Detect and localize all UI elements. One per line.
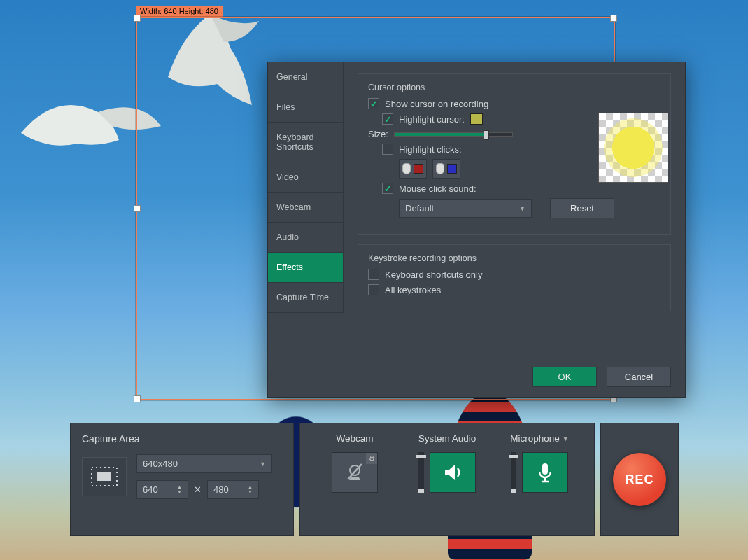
- mouse-click-sound-select[interactable]: Default ▼: [399, 199, 532, 218]
- tab-files[interactable]: Files: [268, 92, 344, 122]
- left-click-color-button[interactable]: [399, 159, 427, 178]
- ok-button[interactable]: OK: [532, 367, 597, 387]
- capture-height-value: 480: [213, 484, 229, 495]
- cursor-options-title: Cursor options: [368, 83, 661, 92]
- system-audio-toggle[interactable]: [430, 452, 476, 493]
- select-area-button[interactable]: [82, 457, 127, 496]
- webcam-title: Webcam: [336, 433, 373, 444]
- tab-effects[interactable]: Effects: [268, 253, 344, 283]
- left-click-color-swatch: [414, 164, 423, 174]
- mouse-click-sound-checkbox[interactable]: [382, 183, 393, 194]
- chevron-down-icon: ▼: [519, 205, 525, 212]
- capture-height-input[interactable]: 480 ▲▼: [207, 480, 259, 499]
- mouse-click-sound-value: Default: [405, 203, 434, 214]
- seagull-decor-2: [140, 7, 280, 119]
- capture-area-title: Capture Area: [82, 433, 282, 444]
- system-audio-title: System Audio: [418, 433, 477, 444]
- highlight-cursor-checkbox[interactable]: [382, 113, 393, 125]
- microphone-title-text: Microphone: [510, 433, 560, 444]
- cursor-options-group: Cursor options Show cursor on recording …: [358, 74, 671, 234]
- cancel-button[interactable]: Cancel: [607, 367, 671, 387]
- microphone-level[interactable]: [511, 452, 516, 493]
- highlight-clicks-checkbox[interactable]: [382, 144, 393, 155]
- all-keystrokes-checkbox[interactable]: [368, 284, 379, 295]
- sources-panel: Webcam ⚙ System Audio Microphone ▼: [299, 423, 595, 536]
- tab-keyboard-shortcuts[interactable]: Keyboard Shortcuts: [268, 122, 344, 162]
- tab-general[interactable]: General: [268, 62, 344, 92]
- settings-tabs: General Files Keyboard Shortcuts Video W…: [268, 62, 344, 397]
- settings-pane: Cursor options Show cursor on recording …: [344, 62, 685, 397]
- resize-handle-ml[interactable]: [134, 205, 141, 212]
- capture-area-panel: Capture Area 640x480 ▼ 640 ▲▼ ✕ 480: [70, 423, 294, 536]
- tab-webcam[interactable]: Webcam: [268, 192, 344, 223]
- recorder-toolbar: Capture Area 640x480 ▼ 640 ▲▼ ✕ 480: [70, 423, 679, 536]
- right-click-color-swatch: [447, 164, 457, 174]
- settings-dialog: General Files Keyboard Shortcuts Video W…: [267, 62, 686, 398]
- record-panel: REC: [600, 423, 679, 536]
- resize-handle-tr[interactable]: [610, 15, 617, 22]
- keystroke-options-group: Keystroke recording options Keyboard sho…: [358, 244, 671, 312]
- mouse-icon: [436, 163, 444, 174]
- keyboard-shortcuts-only-label: Keyboard shortcuts only: [385, 270, 482, 280]
- microphone-toggle[interactable]: [522, 452, 568, 493]
- capture-width-input[interactable]: 640 ▲▼: [136, 480, 188, 499]
- show-cursor-checkbox[interactable]: [368, 98, 379, 109]
- mouse-click-sound-label: Mouse click sound:: [399, 183, 477, 194]
- keystroke-options-title: Keystroke recording options: [368, 253, 661, 263]
- keyboard-shortcuts-only-checkbox[interactable]: [368, 269, 379, 280]
- microphone-title[interactable]: Microphone ▼: [510, 433, 568, 444]
- cursor-preview: [598, 113, 668, 183]
- highlight-clicks-label: Highlight clicks:: [399, 144, 462, 155]
- capture-preset-select[interactable]: 640x480 ▼: [136, 454, 272, 473]
- webcam-toggle[interactable]: ⚙: [332, 452, 378, 493]
- highlight-cursor-label: Highlight cursor:: [399, 114, 465, 125]
- capture-width-value: 640: [143, 484, 158, 495]
- resize-handle-bl[interactable]: [134, 396, 141, 402]
- right-click-color-button[interactable]: [432, 159, 460, 178]
- highlight-cursor-color[interactable]: [470, 113, 483, 125]
- stepper-icon: ▲▼: [177, 485, 182, 494]
- stepper-icon: ▲▼: [248, 485, 253, 494]
- record-button-label: REC: [625, 472, 654, 487]
- cursor-size-label: Size:: [368, 129, 388, 139]
- chevron-down-icon: ▼: [563, 435, 569, 442]
- capture-preset-value: 640x480: [143, 458, 178, 469]
- tab-audio[interactable]: Audio: [268, 223, 344, 253]
- svg-rect-4: [542, 463, 548, 475]
- gear-icon[interactable]: ⚙: [366, 453, 377, 464]
- tab-video[interactable]: Video: [268, 162, 344, 192]
- system-audio-level[interactable]: [418, 452, 424, 493]
- mouse-icon: [402, 163, 411, 174]
- tab-capture-time[interactable]: Capture Time: [268, 283, 344, 313]
- all-keystrokes-label: All keystrokes: [385, 285, 441, 295]
- record-button[interactable]: REC: [613, 453, 666, 506]
- selection-size-label: Width: 640 Height: 480: [136, 6, 223, 17]
- reset-button[interactable]: Reset: [550, 198, 614, 218]
- dimension-separator: ✕: [194, 484, 202, 495]
- chevron-down-icon: ▼: [260, 461, 266, 468]
- cursor-size-slider[interactable]: [394, 132, 513, 136]
- svg-rect-1: [97, 472, 111, 481]
- show-cursor-label: Show cursor on recording: [385, 99, 488, 109]
